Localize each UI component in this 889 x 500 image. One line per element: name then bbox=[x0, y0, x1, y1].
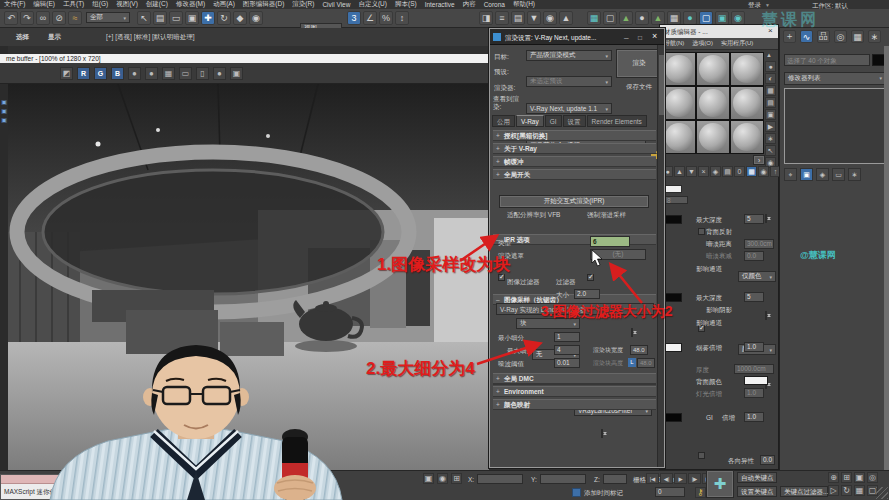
menu-item[interactable]: 脚本(S) bbox=[391, 0, 421, 9]
motion-tab-icon[interactable]: ◎ bbox=[834, 30, 847, 43]
clear-image-icon[interactable]: ▯ bbox=[196, 67, 209, 80]
redo-icon[interactable]: ↷ bbox=[20, 11, 34, 25]
bucket-height-field[interactable]: 48.0 bbox=[637, 358, 655, 368]
material-sample-slot[interactable] bbox=[662, 86, 696, 120]
green-channel-icon[interactable]: G bbox=[94, 67, 107, 80]
color-correction-icon[interactable]: ◩ bbox=[60, 67, 73, 80]
selection-lock-icon[interactable]: ◉ bbox=[437, 473, 448, 484]
material-sample-slot[interactable] bbox=[696, 120, 730, 154]
more-slots-button[interactable]: › bbox=[754, 156, 764, 164]
material-id-icon[interactable]: 0 bbox=[734, 166, 745, 177]
red-channel-icon[interactable]: R bbox=[77, 67, 90, 80]
refr-max-depth-field[interactable]: 5 bbox=[744, 292, 764, 302]
select-by-name-icon[interactable]: ▤ bbox=[153, 11, 167, 25]
panel-scrollbar[interactable] bbox=[884, 46, 889, 470]
material-sample-slot[interactable] bbox=[696, 52, 730, 86]
remove-modifier-icon[interactable]: ▭ bbox=[832, 168, 845, 181]
renderer-dropdown[interactable]: V-Ray Next, update 1.1 bbox=[526, 103, 612, 114]
pan-icon[interactable]: ▷ bbox=[828, 485, 839, 496]
close-icon[interactable]: × bbox=[768, 26, 773, 35]
play-icon[interactable]: ▶ bbox=[674, 473, 687, 484]
rect-region-icon[interactable]: ▭ bbox=[169, 11, 183, 25]
percent-snap-icon[interactable]: % bbox=[379, 11, 393, 25]
resize-grip[interactable] bbox=[876, 487, 888, 499]
go-start-icon[interactable]: |◀ bbox=[646, 473, 659, 484]
dialog-scrollbar[interactable] bbox=[657, 45, 665, 468]
force-progressive-checkbox[interactable] bbox=[587, 274, 594, 281]
target-dropdown[interactable]: 产品级渲染模式 bbox=[526, 50, 612, 61]
rotate-icon[interactable]: ↻ bbox=[217, 11, 231, 25]
select-by-material-icon[interactable]: ↖ bbox=[765, 145, 776, 156]
login-area[interactable]: 登录 ▼ bbox=[748, 0, 770, 9]
render-button[interactable]: 渲染 bbox=[617, 50, 661, 77]
dialog-tab[interactable]: Render Elements bbox=[587, 115, 647, 127]
me-menu-item[interactable]: 实用程序(U) bbox=[717, 39, 757, 48]
crossing-toggle-icon[interactable]: ▣ bbox=[185, 11, 199, 25]
show-end-result-icon[interactable]: ◉ bbox=[758, 166, 769, 177]
menu-item[interactable]: 编辑(E) bbox=[29, 0, 59, 9]
menu-item[interactable]: 修改器(M) bbox=[172, 0, 209, 9]
rollout-header[interactable]: 授权[黑箱切换] bbox=[493, 130, 656, 141]
placement-icon[interactable]: ◉ bbox=[249, 11, 263, 25]
refl-affect-dropdown[interactable]: 仅颜色 bbox=[738, 271, 776, 282]
light-mult-field[interactable]: 1.0 bbox=[744, 388, 764, 398]
backlight-icon[interactable]: ◐ bbox=[765, 73, 776, 84]
menu-item[interactable]: 创建(C) bbox=[142, 0, 172, 9]
rollout-header[interactable]: 关于 V-Ray bbox=[493, 143, 656, 154]
modifier-stack[interactable] bbox=[784, 88, 886, 164]
assign-to-selection-icon[interactable]: ▼ bbox=[686, 166, 697, 177]
material-sample-slot[interactable] bbox=[730, 86, 764, 120]
select-link-icon[interactable]: ∞ bbox=[36, 11, 50, 25]
key-filters-button[interactable]: 关键点过滤器... bbox=[780, 486, 828, 497]
menu-item[interactable]: Interactive bbox=[421, 1, 459, 8]
material-sample-slot[interactable] bbox=[730, 52, 764, 86]
scroll-up-icon[interactable]: ▲ bbox=[766, 52, 772, 58]
min-shading-rate-field[interactable]: 6 bbox=[590, 236, 630, 247]
load-image-icon[interactable]: ▭ bbox=[179, 67, 192, 80]
mirror-icon[interactable]: ◨ bbox=[479, 11, 493, 25]
rollout-header[interactable]: Environment bbox=[493, 386, 656, 397]
material-sample-slot[interactable] bbox=[662, 120, 696, 154]
min-subdivs-field[interactable]: 1 bbox=[554, 332, 580, 342]
display-tab-icon[interactable]: ▦ bbox=[851, 30, 864, 43]
zoom-extents-icon[interactable]: ▣ bbox=[854, 472, 865, 483]
key-icon[interactable]: ⚷ bbox=[695, 487, 706, 498]
min-shading-rate-spinner[interactable] bbox=[631, 328, 633, 337]
grid-icon[interactable]: ▦ bbox=[667, 11, 681, 25]
tiling-icon[interactable]: ▤ bbox=[765, 97, 776, 108]
y-coord-field[interactable] bbox=[540, 474, 586, 484]
unlink-icon[interactable]: ⊘ bbox=[52, 11, 66, 25]
modify-tab-icon[interactable]: ∿ bbox=[800, 30, 813, 43]
material-sample-slot[interactable] bbox=[662, 52, 696, 86]
show-map-viewport-icon[interactable]: ▦ bbox=[746, 166, 757, 177]
maximize-icon[interactable]: □ bbox=[638, 33, 642, 42]
pin-stack-icon[interactable]: ⌖ bbox=[784, 168, 797, 181]
mono-channel-icon[interactable]: ● bbox=[145, 67, 158, 80]
menu-item[interactable]: 文件(F) bbox=[0, 0, 29, 9]
dialog-tab[interactable]: V-Ray bbox=[516, 115, 544, 127]
modifier-list-dropdown[interactable]: 修改器列表 bbox=[784, 72, 886, 85]
refr-max-depth-spinner[interactable] bbox=[765, 311, 767, 320]
subdivs-field[interactable]: 8 bbox=[664, 196, 688, 204]
filter-size-field[interactable]: 2.0 bbox=[574, 289, 600, 299]
gi-checkbox[interactable] bbox=[698, 452, 705, 459]
put-to-scene-icon[interactable]: ▲ bbox=[674, 166, 685, 177]
dim-falloff-field[interactable]: 0.0 bbox=[744, 251, 764, 261]
preset-dropdown[interactable]: 未选定预设 bbox=[526, 76, 612, 87]
z-coord-field[interactable] bbox=[603, 474, 627, 484]
fog-mult-field[interactable]: 1.0 bbox=[744, 342, 764, 352]
bucket-sampler-rollout[interactable]: 块图像采样器 bbox=[493, 467, 656, 468]
render-last-icon[interactable]: ▣ bbox=[230, 67, 243, 80]
x-coord-field[interactable] bbox=[477, 474, 523, 484]
object-name-field[interactable]: 选择了 40 个对象 bbox=[784, 54, 870, 66]
create-tab-icon[interactable]: ＋ bbox=[783, 30, 796, 43]
material-editor-titlebar[interactable]: 材质编辑器 - ... bbox=[660, 25, 778, 38]
time-tag-icon[interactable] bbox=[572, 488, 581, 497]
selfillum-mult-field[interactable]: 1.0 bbox=[744, 412, 764, 422]
menu-item[interactable]: Civil View bbox=[318, 1, 354, 8]
render-production-icon[interactable]: ◉ bbox=[731, 11, 745, 25]
scene-explorer-icon[interactable]: ▦ bbox=[587, 11, 601, 25]
history-icon[interactable]: ▣ bbox=[1, 116, 7, 122]
utilities-tab-icon[interactable]: ∗ bbox=[868, 30, 881, 43]
rollout-header[interactable]: 颜色映射 bbox=[493, 399, 656, 410]
